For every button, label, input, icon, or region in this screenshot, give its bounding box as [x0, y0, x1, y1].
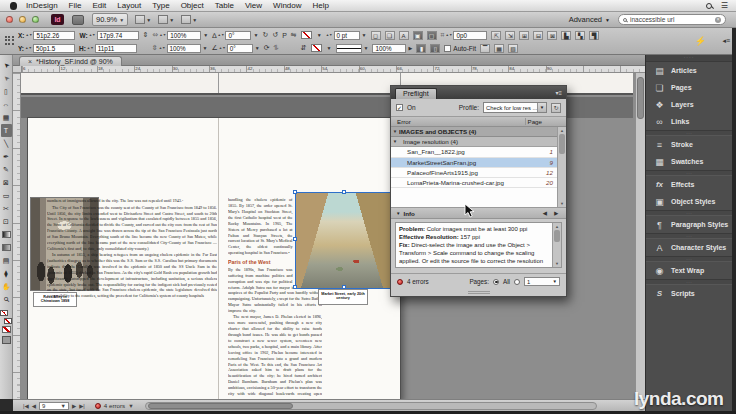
profile-select[interactable]: Check for low res ... ▼ — [483, 102, 547, 113]
next-page-button[interactable]: ▶ — [72, 403, 76, 409]
tool-button[interactable] — [2, 231, 11, 238]
scrollbar-thumb[interactable] — [559, 134, 565, 154]
error-row[interactable]: LomaPrieta-Marina-crushed-car.jpg 20 — [391, 178, 557, 188]
align-center-icon[interactable]: ▚ — [575, 31, 585, 40]
select-container-icon[interactable]: P — [282, 32, 287, 39]
dock-panel-button[interactable]: ▣ Object Styles — [646, 193, 732, 210]
knockout-group-icon[interactable]: ▯ — [430, 44, 440, 53]
center-content-icon[interactable]: ⊞ — [519, 31, 529, 40]
disclosure-triangle-icon[interactable]: ▼ — [396, 211, 400, 216]
horizontal-ruler[interactable]: 61218243036424854606672788490 — [22, 66, 645, 73]
embed-profile-icon[interactable]: ↻ — [551, 103, 561, 113]
apple-menu-icon[interactable] — [10, 2, 17, 10]
clear-search-icon[interactable]: × — [715, 17, 721, 23]
dock-panel-button[interactable]: ▤ Articles — [646, 62, 732, 79]
drop-shadow-icon[interactable]: ❏ — [385, 31, 395, 40]
scrollbar-thumb[interactable] — [637, 77, 644, 119]
disclosure-triangle-icon[interactable]: ▼ — [391, 139, 399, 144]
scroll-up-icon[interactable]: ▲ — [558, 128, 566, 133]
menu-item[interactable]: InDesign — [26, 1, 58, 10]
rotation-value[interactable]: 0° — [225, 31, 251, 40]
tool-button[interactable]: ▤ — [1, 254, 12, 267]
scrollbar-thumb[interactable] — [554, 230, 560, 242]
constrain-link-icon[interactable]: ⇕ — [143, 31, 149, 39]
stepper-icon[interactable]: ▲▼ — [159, 34, 166, 37]
menu-item[interactable]: Object — [181, 1, 204, 10]
corner-options-field[interactable]: ⌗▲▼0p0 — [441, 31, 488, 40]
stroke-swatch[interactable] — [311, 44, 322, 52]
h-value[interactable]: 11p11 — [95, 44, 137, 53]
rotate-cw-icon[interactable]: ↻ — [262, 31, 268, 39]
dock-panel-button[interactable]: S Scripts — [646, 285, 732, 302]
selection-handle[interactable] — [293, 237, 297, 241]
x-value[interactable]: 51p2.26 — [33, 31, 75, 40]
pages-all-radio[interactable] — [493, 279, 499, 285]
window-close-button[interactable] — [6, 16, 13, 23]
fit-content-icon[interactable]: ▢ — [427, 31, 437, 40]
tool-button[interactable]: ⧫ — [1, 267, 12, 280]
stroke-weight-field[interactable]: ▲▼0 pt▼ — [326, 31, 367, 40]
bridge-icon[interactable] — [72, 15, 84, 25]
disclosure-triangle-icon[interactable]: ▼ — [391, 129, 399, 134]
scale-x-value[interactable]: 100% — [167, 31, 201, 40]
panel-resize-grip[interactable] — [468, 291, 490, 295]
stepper-icon[interactable]: ▲▼ — [159, 47, 166, 50]
menu-item[interactable]: File — [69, 1, 82, 10]
page-spread[interactable]: Ross Alley in Chinatown 1898 numbers of … — [28, 118, 400, 399]
page-number-select[interactable]: 9 ▼ — [39, 402, 69, 410]
align-right-icon[interactable]: ▜ — [589, 31, 599, 40]
stroke-style-preview[interactable] — [336, 44, 362, 53]
stroke-swatch[interactable] — [4, 318, 12, 324]
stepper-icon[interactable]: ▲▼ — [25, 47, 32, 50]
shear-value[interactable]: 0° — [227, 44, 253, 53]
error-row[interactable]: ▼ Image resolution (4) — [391, 137, 557, 147]
ruler-origin-corner[interactable] — [13, 66, 22, 73]
opacity-toggle-icon[interactable]: ▮ — [416, 44, 426, 53]
tool-button[interactable]: ╲ — [1, 137, 12, 150]
shear-field[interactable]: ∠▲▼0°▼ — [212, 44, 260, 53]
info-scrollbar[interactable]: ▲ ▼ — [552, 223, 561, 267]
stepper-icon[interactable]: ▲▼ — [445, 34, 452, 37]
preflight-status-icon[interactable] — [95, 403, 101, 409]
preflight-panel[interactable]: Preflight ▾≡ ✓ On Profile: Check for low… — [390, 85, 567, 297]
text-wrap-none-icon[interactable]: ▔ — [480, 44, 490, 53]
stroke-weight-value[interactable]: 0 pt — [334, 31, 360, 40]
pages-range-radio[interactable] — [514, 279, 520, 285]
fit-proportionally-icon[interactable]: ⊟ — [533, 31, 543, 40]
align-left-icon[interactable]: ▙ — [561, 31, 571, 40]
tool-button[interactable] — [2, 244, 11, 251]
selection-handle[interactable] — [293, 190, 297, 194]
zoom-level-select[interactable]: 90.9%▼ — [92, 13, 128, 26]
photo-caption-right[interactable]: Market Street, early 20th century — [318, 289, 368, 305]
y-value[interactable]: 50p1.5 — [33, 44, 75, 53]
arrange-documents-select[interactable]: ▼ — [181, 15, 197, 24]
tool-button[interactable]: ⊡ — [1, 215, 12, 228]
menu-item[interactable]: Edit — [92, 1, 106, 10]
stepper-icon[interactable]: ▲▼ — [89, 34, 96, 37]
scale-x-field[interactable]: ⬄▲▼100%▼ — [152, 31, 208, 40]
notification-center-icon[interactable]: ☰ — [721, 1, 728, 10]
dock-panel-button[interactable]: ❏ Pages — [646, 79, 732, 96]
scrollbar-thumb[interactable] — [148, 403, 293, 409]
menu-item[interactable]: Table — [215, 1, 234, 10]
vertical-ruler[interactable] — [13, 73, 21, 399]
panel-menu-icon[interactable]: ▾≡ — [555, 89, 562, 96]
scroll-up-icon[interactable]: ▲ — [553, 224, 561, 229]
menu-item[interactable]: Layout — [117, 1, 141, 10]
height-field[interactable]: H:▲▼11p11 — [79, 44, 137, 53]
tool-button[interactable]: T — [1, 124, 12, 137]
fill-stroke-proxy[interactable] — [0, 310, 12, 324]
error-row[interactable]: MarketStreetSanFran.jpg 9 — [391, 158, 557, 168]
fill-swatch[interactable] — [0, 310, 8, 316]
stroke-style-select[interactable]: ▼ — [336, 44, 369, 53]
selection-handle[interactable] — [293, 285, 297, 289]
previous-page-button[interactable]: ◀ — [32, 403, 36, 409]
info-pager-icons[interactable]: ◀ ▶ — [543, 210, 561, 216]
scale-y-value[interactable]: 100% — [167, 44, 201, 53]
dock-panel-button[interactable]: ❖ Layers — [646, 96, 732, 113]
stepper-icon[interactable]: ▲▼ — [87, 47, 94, 50]
autofit-control[interactable]: Auto-Fit — [444, 45, 476, 52]
horizontal-scrollbar[interactable] — [145, 402, 597, 410]
error-row[interactable]: PalaceofFineArts1915.jpg 12 — [391, 168, 557, 178]
rotation-field[interactable]: ∆▲▼0°▼ — [212, 31, 258, 40]
